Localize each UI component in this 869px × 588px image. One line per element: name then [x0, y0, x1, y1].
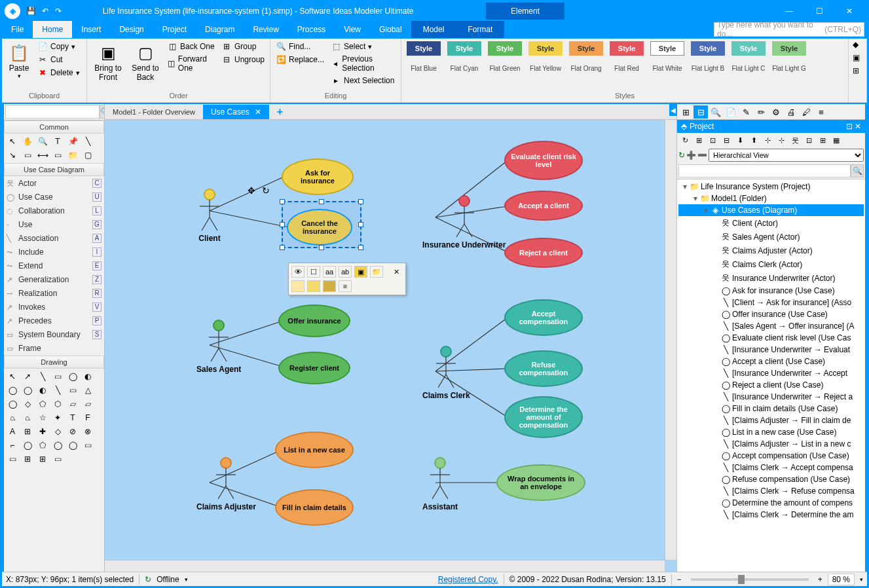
rt-icon-9[interactable]: 🖊	[799, 105, 813, 119]
ctx-close-icon[interactable]: ✕	[390, 266, 403, 278]
actor-insurance-underwriter[interactable]: Insurance Underwriter	[422, 194, 506, 249]
menu-global[interactable]: Global	[370, 21, 411, 38]
zoom-tool-icon[interactable]: 🔍	[35, 135, 50, 148]
usecase-refuse-compensation[interactable]: Refuse compensation	[504, 350, 583, 387]
text-tool-icon[interactable]: T	[50, 135, 65, 148]
toolbox-generalization[interactable]: ↗GeneralizationZ	[4, 273, 104, 287]
folder-tool-icon[interactable]: 📁	[65, 149, 80, 162]
usecase-accept-a-client[interactable]: Accept a client	[504, 191, 583, 221]
style-flat-light-g[interactable]: Style	[772, 41, 806, 56]
send-to-back-button[interactable]: ▢Send to Back	[129, 40, 162, 84]
tree-node[interactable]: ◯Reject a client (Use Case)	[678, 379, 864, 391]
toolbox-use-case[interactable]: ◯Use CaseU	[4, 191, 104, 204]
tab-use-cases[interactable]: Use Cases✕	[203, 105, 269, 119]
collapse-right-icon[interactable]: ◀	[669, 104, 677, 116]
zoom-in-icon[interactable]: +	[818, 575, 823, 584]
minimize-button[interactable]: —	[774, 2, 804, 20]
ungroup-button[interactable]: ⊟Ungroup	[220, 53, 266, 66]
usecase-accept-compensation[interactable]: Accept compensation	[504, 299, 583, 336]
drawing-header[interactable]: Drawing	[4, 356, 104, 369]
rect-tool-icon[interactable]: ▭	[50, 149, 65, 162]
move-icon[interactable]: ✥	[248, 185, 255, 196]
toolbox-realization[interactable]: ⤍RealizationR	[4, 287, 104, 301]
note-tool-icon[interactable]: ▢	[81, 149, 95, 162]
view-mode-select[interactable]: Hierarchical View	[709, 149, 864, 162]
hand-tool-icon[interactable]: ✋	[20, 135, 35, 148]
canvas-scrollbar-v[interactable]	[665, 120, 676, 560]
toolbox-search[interactable]	[5, 105, 100, 119]
menu-review[interactable]: Review	[244, 21, 287, 38]
rt-icon-10[interactable]: ≡	[814, 105, 828, 119]
menu-format[interactable]: Format	[456, 21, 504, 38]
forward-one-button[interactable]: ◫Forward One	[166, 53, 216, 74]
delete-button[interactable]: ✖Delete ▾	[36, 66, 81, 79]
remove-icon[interactable]: ➖	[697, 151, 707, 160]
ctx-txt2-icon[interactable]: ab	[339, 266, 352, 278]
usecase-ask-for-insurance[interactable]: Ask for insurance	[282, 158, 354, 195]
toolbox-use[interactable]: ◦UseG	[4, 218, 104, 232]
style-flat-green[interactable]: Style	[488, 41, 522, 56]
tab-model-overview[interactable]: Model1 - Folder Overview	[105, 105, 203, 119]
ctx-swatch-2[interactable]	[307, 280, 320, 292]
add-tab-button[interactable]: +	[269, 103, 291, 120]
project-search[interactable]	[678, 164, 851, 177]
pin-tool-icon[interactable]: 📌	[65, 135, 80, 148]
menu-view[interactable]: View	[335, 21, 370, 38]
rt-icon-6[interactable]: ✏	[754, 105, 768, 119]
canvas-scrollbar-h[interactable]	[105, 560, 665, 572]
usecase-determine-the-amount-of-compensation[interactable]: Determine the amount of compensation	[504, 396, 583, 438]
maximize-button[interactable]: ☐	[804, 2, 834, 20]
ctx-color-icon[interactable]: ▣	[354, 266, 367, 278]
usecase-evaluate-client-risk-level[interactable]: Evaluate client risk level	[504, 141, 583, 180]
tree-node[interactable]: 웃Claims Adjuster (Actor)	[678, 244, 864, 257]
label-tool-icon[interactable]: ▭	[20, 149, 35, 162]
toolbox-association[interactable]: ╲AssociationA	[4, 232, 104, 246]
ctx-text-icon[interactable]: aa	[323, 266, 336, 278]
toolbox-include[interactable]: ⤳IncludeI	[4, 246, 104, 259]
select-button[interactable]: ⬚Select ▾	[329, 40, 397, 53]
diagram-canvas[interactable]: ClientInsurance UnderwriterSales AgentCl…	[105, 120, 676, 572]
copy-button[interactable]: 📄Copy ▾	[36, 40, 81, 53]
add-icon[interactable]: ➕	[686, 151, 696, 160]
search-icon[interactable]: 🔍	[100, 105, 105, 119]
ctx-lines-icon[interactable]: ≡	[339, 280, 352, 292]
draw-arrow-icon[interactable]: ↖	[5, 370, 20, 383]
ribbon-tool-2-icon[interactable]: ▣	[853, 53, 860, 62]
menu-insert[interactable]: Insert	[72, 21, 110, 38]
tree-node[interactable]: ╲[Claims Adjuster → List in a new c	[678, 438, 864, 450]
ctx-bg-icon[interactable]: ☐	[307, 266, 320, 278]
dim-tool-icon[interactable]: ⟷	[35, 149, 50, 162]
toolbox-collaboration[interactable]: ◌CollaborationL	[4, 204, 104, 218]
tree-node[interactable]: ◯List in a new case (Use Case)	[678, 426, 864, 438]
replace-button[interactable]: 🔁Replace...	[274, 53, 325, 66]
close-tab-icon[interactable]: ✕	[255, 107, 261, 117]
style-flat-light-b[interactable]: Style	[691, 41, 725, 56]
rotate-icon[interactable]: ↻	[262, 185, 270, 196]
redo-icon[interactable]: ↷	[55, 7, 62, 16]
context-tab[interactable]: Element	[486, 3, 564, 20]
style-flat-red[interactable]: Style	[610, 41, 644, 56]
tree-node[interactable]: 웃Sales Agent (Actor)	[678, 230, 864, 244]
menu-home[interactable]: Home	[33, 21, 72, 38]
usecase-list-in-a-new-case[interactable]: List in a new case	[275, 432, 354, 468]
toolbox-precedes[interactable]: ↗PrecedesP	[4, 314, 104, 328]
tree-node[interactable]: 웃Insurance Underwriter (Actor)	[678, 271, 864, 285]
prev-selection-button[interactable]: ◂Previous Selection	[329, 53, 397, 74]
tree-node[interactable]: ◯Fill in claim details (Use Case)	[678, 403, 864, 414]
tree-node[interactable]: ▾📁Life Insurance System (Project)	[678, 181, 864, 193]
project-tree[interactable]: ▾📁Life Insurance System (Project)▾📁Model…	[677, 179, 865, 572]
close-button[interactable]: ✕	[834, 2, 864, 20]
cut-button[interactable]: ✂Cut	[36, 53, 81, 66]
ctx-swatch-3[interactable]	[323, 280, 336, 292]
toolbox-frame[interactable]: ▭Frame	[4, 342, 104, 356]
registered-link[interactable]: Registered Copy.	[438, 575, 498, 584]
actor-sales-agent[interactable]: Sales Agent	[196, 319, 241, 374]
tree-node[interactable]: 웃Claims Clerk (Actor)	[678, 257, 864, 271]
usecase-reject-a-client[interactable]: Reject a client	[504, 238, 583, 268]
tree-node[interactable]: ╲[Claims Clerk → Accept compensa	[678, 462, 864, 473]
ctx-folder-icon[interactable]: 📁	[370, 266, 383, 278]
tree-node[interactable]: ╲[Insurance Underwriter → Accept	[678, 367, 864, 379]
tree-node[interactable]: ◯Evaluate client risk level (Use Cas	[678, 332, 864, 344]
tree-node[interactable]: ◯Accept a client (Use Case)	[678, 356, 864, 367]
tree-node[interactable]: ◯Determine the amount of compens	[678, 497, 864, 509]
